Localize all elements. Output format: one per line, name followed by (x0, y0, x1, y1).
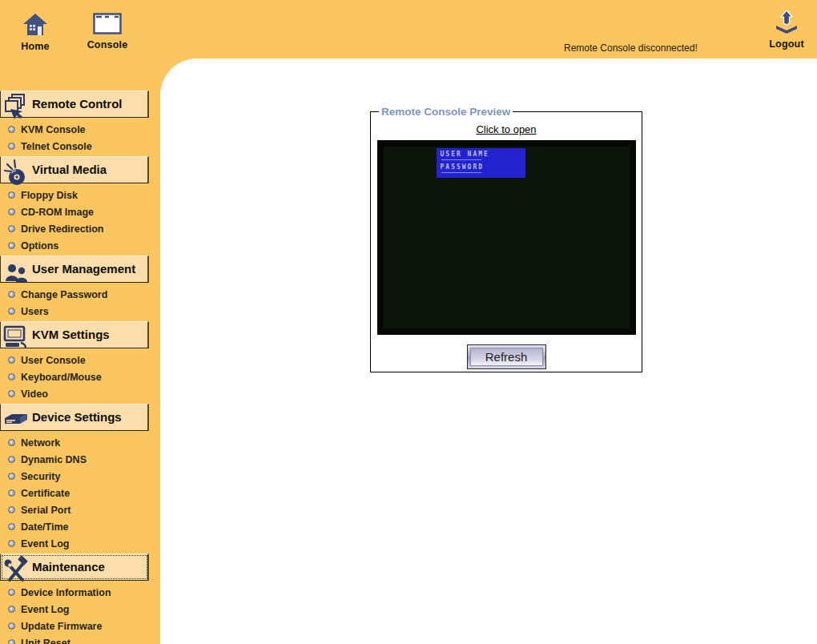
bullet-icon (8, 523, 15, 530)
section-title: User Management (32, 262, 135, 276)
sidebar-item-label: Drive Redirection (21, 223, 104, 235)
preview-password-field-line (441, 172, 481, 173)
sidebar-item-label: Date/Time (21, 521, 69, 533)
section-items-maintenance: Device Information Event Log Update Firm… (0, 581, 160, 644)
virtual-media-icon (3, 159, 29, 187)
bullet-icon (8, 208, 15, 215)
sidebar-section-remote-control[interactable]: Remote Control (0, 91, 149, 118)
section-title: Virtual Media (32, 163, 107, 176)
section-items-device-settings: Network Dynamic DNS Security Certificate… (0, 431, 160, 553)
sidebar-item-event-log-maintenance[interactable]: Event Log (0, 601, 160, 618)
content-area: Remote Console Preview Click to open USE… (160, 58, 817, 644)
remote-control-icon (3, 93, 29, 122)
sidebar-item-label: Video (21, 388, 48, 400)
sidebar-item-floppy-disk[interactable]: Floppy Disk (0, 187, 160, 203)
kvm-settings-icon (3, 324, 29, 352)
sidebar-item-update-firmware[interactable]: Update Firmware (0, 618, 160, 634)
bullet-icon (8, 589, 15, 596)
bullet-icon (8, 622, 15, 630)
logout-button[interactable]: Logout (763, 10, 811, 50)
sidebar-section-user-management[interactable]: User Management (0, 256, 149, 283)
sidebar-navigation: Remote Control KVM Console Telnet Consol… (0, 91, 160, 644)
sidebar-item-label: Keyboard/Mouse (21, 372, 102, 383)
section-title: KVM Settings (32, 328, 110, 341)
sidebar-item-user-console[interactable]: User Console (0, 352, 160, 368)
topbar: Home Console Remote Console disconnected… (0, 0, 817, 58)
sidebar-item-label: Update Firmware (21, 621, 102, 632)
bullet-icon (8, 242, 15, 249)
sidebar-item-security[interactable]: Security (0, 468, 160, 485)
remote-console-preview-panel: Remote Console Preview Click to open USE… (370, 106, 642, 372)
kvm-web-interface: Remote Console Preview Click to open USE… (0, 0, 817, 644)
section-title: Device Settings (32, 410, 122, 424)
sidebar-item-dynamic-dns[interactable]: Dynamic DNS (0, 451, 160, 468)
sidebar-item-label: Event Log (21, 604, 69, 615)
sidebar-item-users[interactable]: Users (0, 303, 160, 320)
sidebar-item-event-log[interactable]: Event Log (0, 535, 160, 552)
bullet-icon (8, 308, 15, 315)
sidebar-item-label: User Console (21, 355, 86, 366)
console-button[interactable]: Console (83, 13, 131, 51)
sidebar-item-drive-redirection[interactable]: Drive Redirection (0, 220, 160, 237)
bullet-icon (8, 356, 15, 364)
sidebar-item-options[interactable]: Options (0, 237, 160, 254)
preview-user-name-label: USER NAME (441, 151, 525, 158)
sidebar-item-serial-port[interactable]: Serial Port (0, 501, 160, 518)
sidebar-item-change-password[interactable]: Change Password (0, 286, 160, 303)
sidebar-section-virtual-media[interactable]: Virtual Media (0, 156, 149, 183)
device-settings-icon (3, 406, 29, 435)
refresh-button-face: Refresh (470, 348, 543, 366)
bullet-icon (8, 191, 15, 199)
refresh-button[interactable]: Refresh (467, 344, 546, 369)
sidebar-item-label: Certificate (21, 488, 70, 499)
remote-console-preview-screen: USER NAME PASSWORD (377, 140, 636, 335)
sidebar-item-telnet-console[interactable]: Telnet Console (0, 138, 160, 155)
bullet-icon (8, 126, 15, 133)
console-icon (93, 13, 122, 34)
home-label: Home (21, 41, 50, 52)
sidebar-item-video[interactable]: Video (0, 385, 160, 402)
status-message: Remote Console disconnected! (564, 42, 698, 54)
sidebar-section-device-settings[interactable]: Device Settings (0, 404, 149, 431)
preview-password-label: PASSWORD (441, 163, 525, 171)
sidebar-item-device-information[interactable]: Device Information (0, 584, 160, 601)
section-items-remote-control: KVM Console Telnet Console (0, 118, 160, 156)
bullet-icon (8, 373, 15, 380)
home-button[interactable]: Home (13, 13, 58, 53)
section-items-kvm-settings: User Console Keyboard/Mouse Video (0, 348, 160, 404)
bullet-icon (8, 606, 15, 613)
sidebar-item-keyboard-mouse[interactable]: Keyboard/Mouse (0, 368, 160, 385)
sidebar-item-cd-rom-image[interactable]: CD-ROM Image (0, 203, 160, 220)
bullet-icon (8, 390, 15, 397)
sidebar-section-kvm-settings[interactable]: KVM Settings (0, 321, 149, 348)
sidebar-item-date-time[interactable]: Date/Time (0, 518, 160, 535)
sidebar-item-label: Dynamic DNS (21, 454, 87, 465)
logout-icon (774, 10, 799, 34)
sidebar-item-unit-reset[interactable]: Unit Reset (0, 634, 160, 644)
sidebar-item-label: Change Password (21, 289, 107, 300)
sidebar-item-label: Unit Reset (21, 638, 70, 644)
sidebar-section-maintenance[interactable]: Maintenance (0, 553, 149, 581)
sidebar-item-label: Serial Port (21, 505, 71, 516)
preview-user-name-field-line (441, 159, 481, 160)
click-to-open-link[interactable]: Click to open (476, 123, 536, 135)
logout-label: Logout (769, 38, 804, 50)
maintenance-icon (3, 556, 29, 585)
sidebar-item-kvm-console[interactable]: KVM Console (0, 121, 160, 138)
sidebar-item-network[interactable]: Network (0, 434, 160, 451)
console-label: Console (87, 39, 128, 50)
sidebar-item-label: Event Log (21, 538, 69, 549)
bullet-icon (8, 456, 15, 463)
bullet-icon (8, 439, 15, 446)
bullet-icon (8, 473, 15, 480)
sidebar-item-certificate[interactable]: Certificate (0, 485, 160, 501)
bullet-icon (8, 291, 15, 298)
bullet-icon (8, 489, 15, 497)
sidebar-item-label: Network (21, 437, 60, 449)
bullet-icon (8, 540, 15, 547)
sidebar-item-label: Security (21, 471, 60, 482)
section-items-user-management: Change Password Users (0, 283, 160, 321)
user-management-icon (3, 258, 29, 287)
bullet-icon (8, 506, 15, 513)
sidebar-item-label: Floppy Disk (21, 190, 78, 201)
